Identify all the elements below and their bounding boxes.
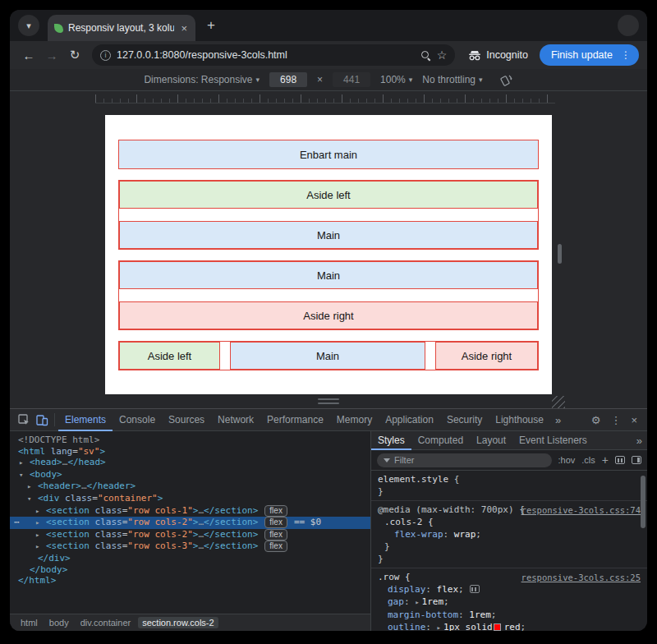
tab-event-listeners[interactable]: Event Listeners [512,431,594,450]
tab-network[interactable]: Network [211,409,260,431]
tree-node-head[interactable]: ▸<head>…</head> [10,457,370,469]
styles-scrollbar-thumb[interactable] [641,476,646,528]
tab-performance[interactable]: Performance [260,409,330,431]
tree-node-body-close[interactable]: </body> [10,564,370,576]
url-text[interactable]: 127.0.0.1:8080/responsive-3cols.html [117,49,287,61]
breadcrumb-section-row-cols-2[interactable]: section.row.cols-2 [138,617,218,628]
css-declaration-display[interactable]: display: flex; [371,583,647,596]
css-selector-line[interactable]: element.style { [371,473,647,485]
site-info-icon[interactable]: i [100,50,111,61]
css-declaration-flex-wrap[interactable]: flex-wrap: wrap; [371,528,647,540]
css-close-line[interactable]: } [371,540,647,553]
tree-node-body-open[interactable]: ▾<body> [10,469,370,481]
toggle-hover-state-button[interactable]: :hov [558,455,576,465]
zoom-icon[interactable] [420,50,431,61]
ellipsis-token[interactable]: … [81,481,87,491]
tab-application[interactable]: Application [379,409,440,431]
breadcrumb-html[interactable]: html [16,617,42,628]
reload-button[interactable]: ↻ [64,48,85,62]
tab-layout[interactable]: Layout [470,431,512,450]
shorthand-expand-icon[interactable]: ▸ [415,598,419,606]
css-declaration-gap[interactable]: gap: ▸1rem; [371,596,647,609]
more-tabs-icon[interactable]: » [550,414,566,426]
breadcrumb-div-container[interactable]: div.container [76,617,136,628]
tab-styles[interactable]: Styles [371,431,411,450]
tab-lighthouse[interactable]: Lighthouse [489,409,550,431]
styles-filter[interactable] [377,453,552,467]
tab-search-button[interactable]: ▾ [18,15,39,36]
tree-node-section-cols3[interactable]: ▸<section class="row cols-3">…</section>… [10,540,370,553]
css-close-line[interactable]: } [371,553,647,565]
browser-menu-kebab-icon[interactable]: ⋮ [619,49,632,61]
expand-arrow-icon[interactable]: ▾ [19,470,30,481]
tree-node-header[interactable]: ▸<header>…</header> [10,481,370,493]
flex-badge[interactable]: flex [264,505,287,517]
throttling-select[interactable]: No throttling ▾ [422,74,482,85]
stylesheet-link[interactable]: responsive-3cols.css:25 [521,572,641,584]
computed-sidebar-toggle-icon[interactable] [632,456,641,464]
collapse-arrow-icon[interactable]: ▸ [27,481,38,493]
tab-computed[interactable]: Computed [411,431,470,450]
tab-memory[interactable]: Memory [330,409,379,431]
more-tabs-icon[interactable]: » [632,435,647,447]
finish-update-button[interactable]: Finish update ⋮ [540,44,639,66]
stylesheet-link[interactable]: responsive-3cols.css:74 [521,504,641,517]
flex-badge[interactable]: flex [264,540,287,552]
tree-node-section-cols1[interactable]: ▸<section class="row cols-1">…</section>… [10,505,370,518]
css-declaration-margin-bottom[interactable]: margin-bottom: 1rem; [371,609,647,621]
shorthand-expand-icon[interactable]: ▸ [437,623,441,631]
viewport-resize-corner[interactable] [552,396,565,408]
flex-badge[interactable]: flex [264,529,287,540]
forward-button[interactable]: → [41,48,62,62]
color-swatch-red[interactable] [494,623,501,631]
tab-console[interactable]: Console [113,409,162,431]
inspect-element-icon[interactable] [15,412,33,428]
tab-elements[interactable]: Elements [58,409,113,431]
viewport-width-input[interactable] [269,72,307,87]
tab-close-icon[interactable]: × [179,22,189,34]
collapse-arrow-icon[interactable]: ▸ [35,518,46,529]
collapse-arrow-icon[interactable]: ▸ [35,530,46,541]
collapse-arrow-icon[interactable]: ▸ [35,506,46,518]
new-tab-button[interactable]: + [204,17,218,34]
styles-filter-input[interactable] [394,455,545,465]
tag-token: <head> [30,457,62,467]
toggle-class-button[interactable]: .cls [581,455,595,465]
settings-gear-icon[interactable]: ⚙ [586,414,606,426]
address-bar[interactable]: i 127.0.0.1:8080/responsive-3cols.html ☆ [92,44,455,66]
css-close-line[interactable]: } [371,485,647,498]
collapse-arrow-icon[interactable]: ▸ [35,541,46,553]
breadcrumb-body[interactable]: body [45,617,73,628]
tree-node-div-container-open[interactable]: ▾<div class="container"> [10,493,370,505]
rotate-viewport-icon[interactable] [498,73,513,87]
tree-node-html-open[interactable]: <html lang="sv"> [10,446,370,458]
browser-tab[interactable]: Responsiv layout, 3 kolu × [48,15,195,41]
tree-node-html-close[interactable]: </html> [10,575,370,586]
more-actions-icon[interactable]: ⋯ [14,517,20,528]
viewport-height-input[interactable] [333,72,370,87]
tree-node-section-cols2b[interactable]: ▸<section class="row cols-2">…</section>… [10,529,370,541]
dimensions-select[interactable]: Dimensions: Responsive ▾ [144,74,260,85]
devtools-close-icon[interactable]: × [626,414,642,426]
new-style-rule-button[interactable]: + [602,453,609,467]
tab-sources[interactable]: Sources [162,409,211,431]
tree-node-doctype[interactable]: <!DOCTYPE html> [10,435,370,446]
tree-node-section-cols2-selected[interactable]: ⋯▸<section class="row cols-2">…</section… [10,517,370,529]
profile-button[interactable] [618,15,639,36]
devtools-menu-kebab-icon[interactable]: ⋮ [605,414,626,426]
tab-security[interactable]: Security [440,409,489,431]
bookmark-star-icon[interactable]: ☆ [437,48,448,62]
zoom-select[interactable]: 100% ▾ [380,74,412,85]
back-button[interactable]: ← [18,48,39,62]
viewport-resize-handle-right[interactable] [558,244,562,264]
css-selector-line[interactable]: .cols-2 { [371,516,647,528]
flex-editor-icon[interactable] [470,585,480,593]
grid-overlay-icon[interactable] [615,456,625,464]
device-toolbar-toggle-icon[interactable] [33,412,51,428]
flex-badge[interactable]: flex [264,517,287,528]
css-declaration-outline[interactable]: outline: ▸1px solidred; [371,621,647,631]
tree-node-div-close[interactable]: </div> [10,553,370,564]
expand-arrow-icon[interactable]: ▾ [27,494,38,505]
viewport-resize-handle-bottom[interactable] [318,398,339,407]
collapse-arrow-icon[interactable]: ▸ [19,458,30,469]
